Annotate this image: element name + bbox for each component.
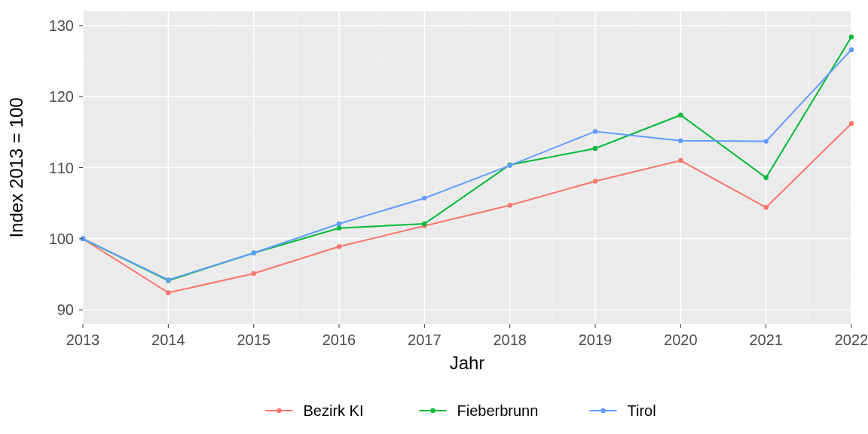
legend-item: Tirol (590, 402, 656, 419)
x-tick-label: 2018 (493, 332, 527, 348)
data-point (422, 196, 426, 200)
data-point (507, 203, 512, 207)
data-point (166, 290, 170, 295)
legend-item: Fieberbrunn (420, 402, 539, 419)
x-tick-label: 2019 (579, 332, 613, 348)
line-chart: 2013201420152016201720182019202020212022… (0, 0, 868, 434)
data-point (251, 250, 255, 255)
x-tick-label: 2020 (664, 332, 698, 348)
legend-key-point (430, 408, 435, 413)
data-point (593, 129, 598, 133)
x-tick-label: 2016 (322, 332, 356, 348)
legend-label: Fieberbrunn (457, 402, 539, 419)
y-tick-label: 100 (49, 231, 74, 247)
data-point (849, 35, 854, 39)
data-point (849, 121, 854, 126)
data-point (422, 222, 426, 226)
y-tick-label: 120 (49, 88, 74, 105)
data-point (166, 277, 170, 282)
y-tick-label: 110 (49, 160, 74, 176)
x-axis-title: Jahr (450, 353, 485, 373)
data-point (678, 158, 683, 163)
y-tick-label: 90 (57, 301, 74, 318)
y-axis-title: Index 2013 = 100 (6, 97, 26, 237)
x-tick-label: 2014 (151, 332, 185, 348)
data-point (337, 225, 341, 230)
x-tick-label: 2013 (66, 332, 100, 348)
x-tick-label: 2015 (237, 332, 270, 348)
data-point (507, 163, 512, 167)
x-tick-label: 2022 (835, 332, 868, 348)
data-point (593, 179, 598, 183)
x-tick-label: 2017 (408, 332, 442, 348)
x-tick-label: 2021 (749, 332, 783, 348)
data-point (593, 146, 598, 151)
data-point (763, 205, 768, 209)
chart-container: 2013201420152016201720182019202020212022… (0, 0, 868, 434)
legend-key-point (277, 408, 281, 413)
legend: Bezirk KIFieberbrunnTirol (266, 402, 656, 419)
data-point (678, 138, 683, 142)
data-point (678, 113, 683, 118)
legend-item: Bezirk KI (266, 402, 364, 419)
data-point (337, 244, 341, 249)
data-point (337, 222, 341, 226)
legend-key-point (601, 408, 605, 413)
y-tick-label: 130 (49, 17, 74, 34)
data-point (849, 47, 854, 52)
legend-label: Bezirk KI (304, 402, 364, 419)
data-point (763, 176, 768, 180)
data-point (763, 139, 768, 143)
data-point (251, 271, 255, 276)
legend-label: Tirol (628, 402, 656, 419)
